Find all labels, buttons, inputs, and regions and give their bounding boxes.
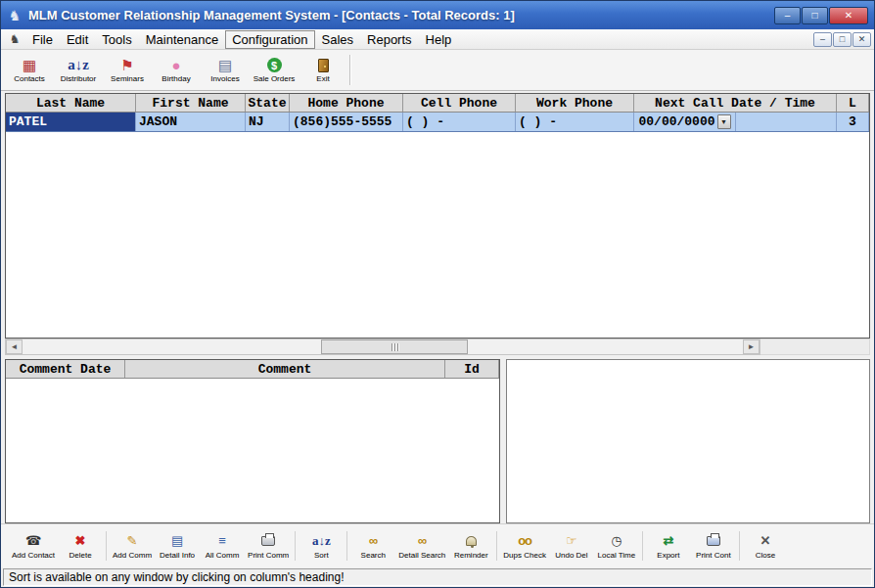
add-comm-button[interactable]: ✎ Add Comm <box>110 526 155 565</box>
duplicates-icon: oo <box>518 533 531 549</box>
birthday-button[interactable]: ● Birthday <box>152 51 201 89</box>
undo-del-label: Undo Del <box>555 551 587 560</box>
invoices-button[interactable]: ▤ Invoices <box>201 51 250 89</box>
dollar-icon: $ <box>267 58 282 72</box>
delete-icon: ✖ <box>75 533 86 549</box>
dups-check-button[interactable]: oo Dups Check <box>500 526 549 565</box>
cell-state[interactable]: NJ <box>246 113 290 131</box>
menu-maintenance[interactable]: Maintenance <box>139 30 225 49</box>
detail-document-icon: ▤ <box>171 533 183 549</box>
col-header-first-name[interactable]: First Name <box>136 94 246 112</box>
cell-last-name[interactable]: PATEL <box>6 113 136 131</box>
menu-reports[interactable]: Reports <box>360 30 419 49</box>
col-header-next-call[interactable]: Next Call Date / Time <box>634 94 837 112</box>
col-header-home-phone[interactable]: Home Phone <box>290 94 403 112</box>
app-icon: ♞ <box>7 8 23 23</box>
delete-button[interactable]: ✖ Delete <box>58 526 103 565</box>
add-contact-button[interactable]: ☎ Add Contact <box>9 526 58 565</box>
cell-l[interactable]: 3 <box>837 113 869 131</box>
col-header-state[interactable]: State <box>246 94 290 112</box>
status-message: Sort is available on any window by click… <box>3 568 872 586</box>
sort-button[interactable]: a↓z Sort <box>299 526 344 565</box>
scrollbar-left-button[interactable]: ◄ <box>6 339 23 354</box>
menu-sales[interactable]: Sales <box>315 30 361 49</box>
export-arrows-icon: ⇄ <box>663 533 673 549</box>
mdi-restore-button[interactable]: □ <box>833 32 852 47</box>
cell-work-phone[interactable]: ( ) - <box>516 113 634 131</box>
cell-cell-phone[interactable]: ( ) - <box>403 113 516 131</box>
cell-next-call[interactable]: 00/00/0000 ▼ <box>634 113 837 131</box>
minimize-button[interactable]: – <box>774 7 801 24</box>
horizontal-scrollbar[interactable]: ◄ ► <box>5 339 760 355</box>
next-call-time-field[interactable] <box>736 113 836 131</box>
sort-az-icon: a↓z <box>68 57 89 73</box>
scrollbar-corner <box>760 339 870 355</box>
detail-search-button[interactable]: ∞ Detail Search <box>395 526 448 565</box>
close-window-button[interactable]: ✕ Close <box>743 526 788 565</box>
mdi-minimize-button[interactable]: – <box>813 32 832 47</box>
sort-label: Sort <box>314 551 329 560</box>
scrollbar-thumb[interactable] <box>321 339 468 354</box>
contacts-button[interactable]: ▦ Contacts <box>5 51 54 89</box>
print-cont-label: Print Cont <box>696 551 731 560</box>
distributor-button[interactable]: a↓z Distributor <box>54 51 103 89</box>
col-header-work-phone[interactable]: Work Phone <box>516 94 634 112</box>
seminars-button[interactable]: ⚑ Seminars <box>103 51 152 89</box>
print-comm-label: Print Comm <box>248 551 289 560</box>
detail-search-label: Detail Search <box>398 551 445 560</box>
hscroll-row: ◄ ► <box>5 339 870 355</box>
export-button[interactable]: ⇄ Export <box>646 526 691 565</box>
maximize-icon: □ <box>811 10 817 21</box>
detail-info-button[interactable]: ▤ Detail Info <box>155 526 200 565</box>
reminder-icon-wrap <box>466 533 477 549</box>
document-icon: ▤ <box>218 57 232 73</box>
exit-button[interactable]: Exit <box>299 51 347 89</box>
print-cont-button[interactable]: Print Cont <box>691 526 736 565</box>
next-call-date-field[interactable]: 00/00/0000 ▼ <box>634 113 736 131</box>
all-comm-button[interactable]: ≡ All Comm <box>200 526 245 565</box>
close-icon: ✕ <box>845 10 852 21</box>
delete-label: Delete <box>69 551 91 560</box>
cell-first-name[interactable]: JASON <box>136 113 246 131</box>
print-comm-button[interactable]: Print Comm <box>245 526 292 565</box>
detail-search-icon: ∞ <box>418 533 427 549</box>
col-header-l[interactable]: L <box>837 94 869 112</box>
menu-help[interactable]: Help <box>419 30 459 49</box>
exit-icon-wrap <box>318 57 329 73</box>
col-header-id[interactable]: Id <box>445 360 499 378</box>
scrollbar-right-button[interactable]: ► <box>743 339 760 354</box>
menu-file[interactable]: File <box>25 30 60 49</box>
close-button[interactable]: ✕ <box>829 7 868 24</box>
actions-toolbar: ☎ Add Contact ✖ Delete ✎ Add Comm ▤ Deta… <box>1 523 874 567</box>
col-header-comment-date[interactable]: Comment Date <box>6 360 125 378</box>
add-contact-label: Add Contact <box>12 551 55 560</box>
sale-orders-icon-wrap: $ <box>267 57 282 73</box>
distributor-label: Distributor <box>61 74 96 83</box>
scrollbar-track[interactable] <box>23 339 743 354</box>
detail-info-label: Detail Info <box>160 551 195 560</box>
titlebar: ♞ MLM Customer Relationship Management S… <box>1 1 874 29</box>
search-button[interactable]: ∞ Search <box>350 526 395 565</box>
reminder-button[interactable]: Reminder <box>448 526 493 565</box>
col-header-last-name[interactable]: Last Name <box>6 94 136 112</box>
col-header-cell-phone[interactable]: Cell Phone <box>403 94 516 112</box>
pencil-icon: ✎ <box>127 533 138 549</box>
next-call-dropdown-button[interactable]: ▼ <box>717 114 731 129</box>
mdi-close-button[interactable]: ✕ <box>852 32 871 47</box>
statusbar: Sort is available on any window by click… <box>1 567 874 587</box>
invoices-label: Invoices <box>210 74 239 83</box>
chevron-down-icon: ▼ <box>720 118 727 125</box>
menu-configuration[interactable]: Configuration <box>225 30 314 49</box>
contacts-icon: ▦ <box>23 57 36 73</box>
menu-tools[interactable]: Tools <box>95 30 138 49</box>
comments-grid: Comment Date Comment Id <box>5 359 500 523</box>
birthday-label: Birthday <box>161 74 190 83</box>
maximize-button[interactable]: □ <box>802 7 828 24</box>
col-header-comment[interactable]: Comment <box>125 360 445 378</box>
sale-orders-button[interactable]: $ Sale Orders <box>250 51 299 89</box>
cell-home-phone[interactable]: (856)555-5555 <box>290 113 403 131</box>
undo-del-button[interactable]: ☞ Undo Del <box>549 526 594 565</box>
local-time-button[interactable]: ◷ Local Time <box>594 526 639 565</box>
toolbar-separator <box>496 531 497 561</box>
menu-edit[interactable]: Edit <box>60 30 95 49</box>
